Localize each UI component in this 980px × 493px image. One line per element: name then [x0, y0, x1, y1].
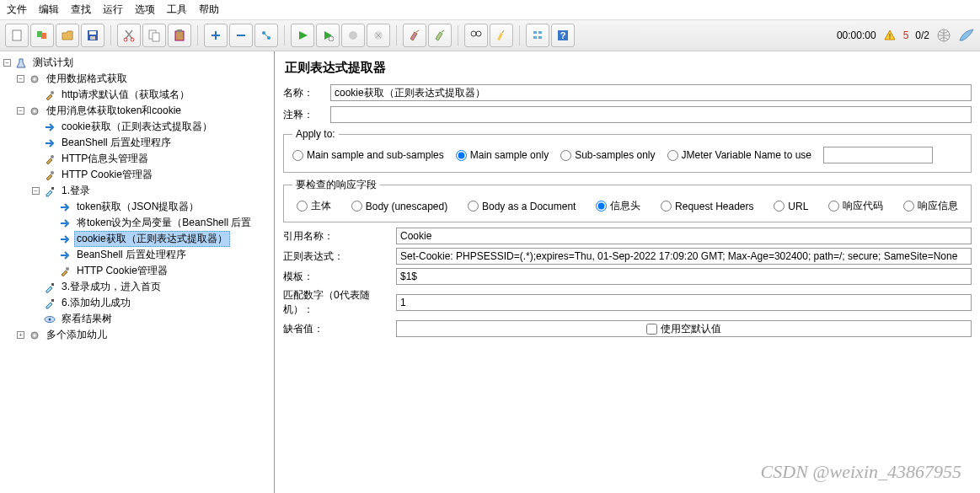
menu-item[interactable]: 运行 — [103, 3, 123, 17]
start-no-pause-button[interactable] — [316, 24, 340, 47]
wrench-icon — [43, 169, 56, 182]
tree-node[interactable]: 6.添加幼儿成功 — [0, 295, 274, 311]
tree-node[interactable]: BeanShell 后置处理程序 — [0, 247, 274, 263]
menu-item[interactable]: 帮助 — [199, 3, 219, 17]
match-no-input[interactable] — [396, 294, 972, 311]
thread-count: 0/2 — [915, 29, 929, 41]
menu-item[interactable]: 工具 — [167, 3, 187, 17]
tree-panel[interactable]: −测试计划−使用数据格式获取http请求默认值（获取域名）−使用消息体获取tok… — [0, 51, 275, 493]
cut-button[interactable] — [117, 24, 141, 47]
expand-button[interactable] — [204, 24, 228, 47]
menu-item[interactable]: 编辑 — [39, 3, 59, 17]
tree-node[interactable]: −测试计划 — [0, 55, 274, 71]
stop-button[interactable] — [341, 24, 365, 47]
tree-node[interactable]: −使用消息体获取token和cookie — [0, 103, 274, 119]
tree-toggle-icon[interactable]: − — [17, 75, 24, 83]
apply-to-legend: Apply to: — [292, 128, 339, 140]
tree-node-label: http请求默认值（获取域名） — [59, 87, 192, 103]
field-radio[interactable] — [828, 201, 839, 212]
apply-radio[interactable] — [292, 150, 303, 161]
field-option[interactable]: 响应信息 — [903, 199, 958, 213]
field-radio[interactable] — [297, 201, 308, 212]
field-radio[interactable] — [661, 201, 672, 212]
field-radio[interactable] — [468, 201, 479, 212]
tree-node[interactable]: BeanShell 后置处理程序 — [0, 135, 274, 151]
svg-point-14 — [329, 36, 334, 41]
field-option[interactable]: Body as a Document — [468, 201, 576, 212]
tree-toggle-icon[interactable]: − — [17, 107, 24, 115]
apply-radio[interactable] — [560, 150, 571, 161]
tree-node[interactable]: 察看结果树 — [0, 311, 274, 327]
field-option[interactable]: Request Headers — [661, 201, 753, 212]
clear-all-button[interactable] — [428, 24, 452, 47]
warning-icon[interactable]: ! — [883, 29, 897, 42]
svg-rect-5 — [90, 36, 95, 40]
dropper-icon — [43, 185, 56, 198]
tree-node[interactable]: 将token设为全局变量（BeanShell 后置 — [0, 215, 274, 231]
name-input[interactable] — [330, 84, 972, 101]
field-radio[interactable] — [596, 201, 607, 212]
comment-input[interactable] — [330, 106, 972, 123]
menu-item[interactable]: 选项 — [135, 3, 155, 17]
open-button[interactable] — [56, 24, 79, 47]
tree-toggle-icon[interactable]: − — [32, 187, 40, 195]
apply-option[interactable]: Main sample only — [456, 149, 549, 161]
tree-node[interactable]: −使用数据格式获取 — [0, 71, 274, 87]
collapse-button[interactable] — [229, 24, 253, 47]
help-button[interactable]: ? — [551, 24, 575, 47]
field-option[interactable]: URL — [774, 201, 808, 212]
function-helper-button[interactable] — [526, 24, 549, 47]
field-option[interactable]: 响应代码 — [828, 199, 883, 213]
menu-item[interactable]: 文件 — [7, 3, 27, 17]
svg-rect-19 — [533, 31, 537, 34]
tree-node[interactable]: HTTP Cookie管理器 — [0, 167, 274, 183]
ref-name-input[interactable] — [396, 228, 972, 244]
tree-node-label: BeanShell 后置处理程序 — [59, 135, 174, 151]
templates-button[interactable] — [30, 24, 54, 47]
tree-node[interactable]: cookie获取（正则表达式提取器） — [0, 119, 274, 135]
tree-node[interactable]: HTTP信息头管理器 — [0, 151, 274, 167]
apply-radio[interactable] — [456, 150, 467, 161]
clear-button[interactable] — [403, 24, 426, 47]
field-option[interactable]: Body (unescaped) — [351, 201, 447, 212]
form-panel: 正则表达式提取器 名称： 注释： Apply to: Main sample a… — [275, 51, 980, 493]
tree-node[interactable]: cookie获取（正则表达式提取器） — [0, 231, 274, 247]
field-radio[interactable] — [903, 201, 914, 212]
tree-node-label: cookie获取（正则表达式提取器） — [74, 231, 230, 247]
paste-button[interactable] — [168, 24, 191, 47]
tree-toggle-icon[interactable]: − — [3, 59, 11, 67]
reset-search-button[interactable] — [490, 24, 513, 47]
field-option[interactable]: 主体 — [297, 199, 331, 213]
tree-node[interactable]: 3.登录成功，进入首页 — [0, 279, 274, 295]
field-radio[interactable] — [351, 201, 362, 212]
apply-option[interactable]: Sub-samples only — [560, 149, 655, 161]
start-button[interactable] — [291, 24, 314, 47]
apply-option[interactable]: JMeter Variable Name to use — [667, 149, 812, 161]
separator — [110, 25, 111, 46]
toggle-button[interactable] — [254, 24, 278, 47]
copy-button[interactable] — [142, 24, 166, 47]
tree-node[interactable]: http请求默认值（获取域名） — [0, 87, 274, 103]
field-option[interactable]: 信息头 — [596, 199, 640, 213]
new-button[interactable] — [5, 24, 29, 47]
tree-node[interactable]: HTTP Cookie管理器 — [0, 263, 274, 279]
tree-node[interactable]: token获取（JSON提取器） — [0, 199, 274, 215]
search-button[interactable] — [464, 24, 488, 47]
gear-icon — [28, 72, 41, 86]
use-empty-default-checkbox[interactable] — [646, 324, 657, 335]
regex-input[interactable] — [396, 248, 972, 265]
tree-node[interactable]: +多个添加幼儿 — [0, 327, 274, 343]
apply-to-fieldset: Apply to: Main sample and sub-samples Ma… — [283, 128, 972, 173]
tree-node[interactable]: −1.登录 — [0, 183, 274, 199]
flask-icon — [14, 56, 28, 70]
shutdown-button[interactable] — [367, 24, 390, 47]
tree-toggle-icon[interactable]: + — [17, 331, 24, 339]
template-input[interactable] — [396, 268, 972, 285]
field-radio[interactable] — [774, 201, 785, 212]
menu-item[interactable]: 查找 — [71, 3, 91, 17]
separator — [458, 25, 458, 46]
apply-option[interactable]: Main sample and sub-samples — [292, 149, 444, 161]
apply-radio[interactable] — [667, 150, 678, 161]
jmeter-variable-input[interactable] — [823, 147, 933, 163]
save-button[interactable] — [81, 24, 104, 47]
